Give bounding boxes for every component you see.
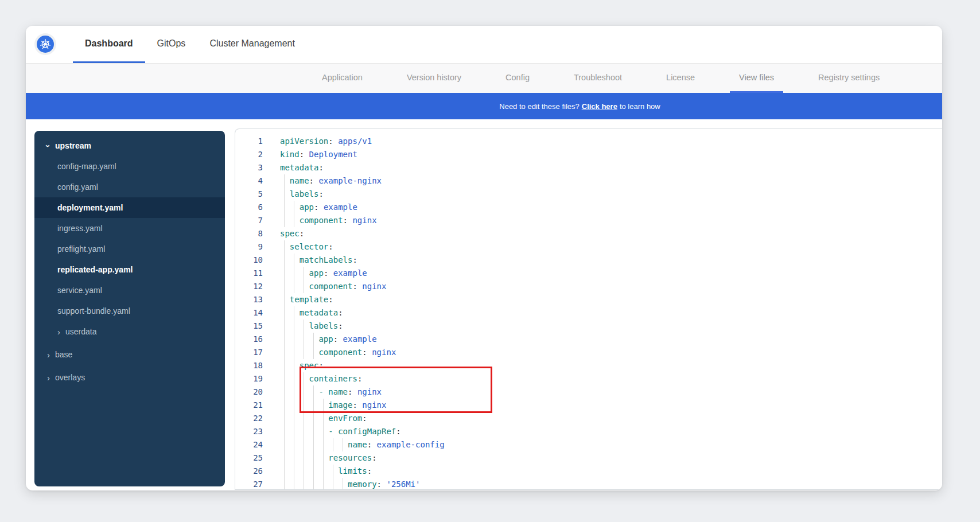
- file-tree-item-overlays[interactable]: ›overlays: [34, 367, 225, 388]
- yaml-key: image: [328, 400, 352, 410]
- indent-guide-line: [313, 451, 314, 465]
- yaml-punctuation: :: [300, 150, 304, 159]
- chevron-right-icon: ›: [47, 373, 50, 382]
- line-number: 19: [235, 372, 264, 385]
- file-tree-item-userdata[interactable]: ›userdata: [34, 321, 225, 342]
- file-tree-item-config-yaml[interactable]: config.yaml: [34, 177, 225, 197]
- yaml-key: containers: [309, 374, 357, 383]
- banner-click-here-link[interactable]: Click here: [582, 102, 617, 111]
- yaml-value: nginx: [348, 216, 377, 225]
- tab-config[interactable]: Config: [496, 64, 539, 93]
- file-tree-item-preflight-yaml[interactable]: preflight.yaml: [34, 239, 225, 259]
- line-number: 26: [235, 465, 264, 478]
- tab-application[interactable]: Application: [313, 64, 372, 93]
- code-line: app: example: [280, 267, 942, 280]
- banner-text-prefix: Need to edit these files?: [499, 102, 579, 111]
- yaml-key: memory: [348, 480, 377, 489]
- indent-guide-line: [313, 399, 314, 412]
- nav-item-dashboard[interactable]: Dashboard: [73, 26, 145, 63]
- line-number: 20: [235, 385, 264, 399]
- code-line: name: example-nginx: [280, 174, 942, 188]
- file-tree-item-upstream[interactable]: ›upstream: [34, 135, 225, 156]
- indent-guide-line: [294, 425, 294, 438]
- yaml-punctuation: :: [362, 348, 367, 357]
- indent-guide-line: [343, 438, 343, 451]
- code-line: limits:: [280, 465, 942, 478]
- yaml-key: name: [328, 387, 348, 396]
- indent-guide-line: [284, 346, 285, 359]
- file-tree-item-label: service.yaml: [57, 286, 102, 295]
- indent-guide-line: [284, 188, 285, 201]
- nav-item-cluster-management[interactable]: Cluster Management: [197, 26, 307, 63]
- yaml-editor[interactable]: 1234567891011121314151617181920212223242…: [235, 128, 942, 490]
- code-line: kind: Deployment: [280, 148, 942, 161]
- yaml-key: app: [300, 202, 314, 212]
- indent-guide-line: [294, 385, 294, 399]
- file-tree-item-support-bundle-yaml[interactable]: support-bundle.yaml: [34, 301, 225, 321]
- file-tree-item-base[interactable]: ›base: [34, 344, 225, 365]
- yaml-key: component: [300, 216, 343, 225]
- main-nav: DashboardGitOpsCluster Management: [73, 26, 307, 63]
- indent-guide-line: [333, 465, 333, 478]
- indent-guide-line: [304, 438, 304, 451]
- line-number: 22: [235, 412, 264, 425]
- indent-guide-line: [323, 478, 324, 489]
- yaml-value: Deployment: [304, 150, 357, 159]
- indent-guide-line: [304, 412, 304, 425]
- file-tree-item-ingress-yaml[interactable]: ingress.yaml: [34, 218, 225, 239]
- yaml-punctuation: :: [300, 229, 304, 238]
- yaml-key: spec: [300, 361, 319, 370]
- tab-view-files[interactable]: View files: [730, 64, 783, 93]
- code-line: name: example-config: [280, 438, 942, 451]
- yaml-key: app: [318, 334, 333, 344]
- code-line: app: example: [280, 333, 942, 346]
- line-number: 13: [235, 293, 264, 306]
- yaml-key: apiVersion: [280, 137, 328, 146]
- line-number: 1: [235, 135, 264, 148]
- code-line: component: nginx: [280, 214, 942, 227]
- indent-guide-line: [284, 333, 285, 346]
- indent-guide-line: [284, 214, 285, 227]
- indent-guide-line: [294, 465, 294, 478]
- file-tree-item-service-yaml[interactable]: service.yaml: [34, 280, 225, 301]
- yaml-key: kind: [280, 150, 300, 159]
- code-line: apiVersion: apps/v1: [280, 135, 942, 148]
- chevron-right-icon: ›: [47, 350, 50, 359]
- indent-guide-line: [323, 451, 324, 465]
- top-navigation: DashboardGitOpsCluster Management: [26, 26, 942, 64]
- tab-registry-settings[interactable]: Registry settings: [809, 64, 889, 93]
- nav-item-gitops[interactable]: GitOps: [145, 26, 198, 63]
- file-tree-item-label: support-bundle.yaml: [57, 306, 130, 315]
- tab-license[interactable]: License: [657, 64, 704, 93]
- code-line: labels:: [280, 320, 942, 333]
- yaml-value: example: [318, 202, 357, 212]
- yaml-value: example-nginx: [314, 176, 382, 185]
- file-tree-item-label: base: [55, 350, 72, 359]
- line-number: 8: [235, 227, 264, 240]
- code-line: spec:: [280, 359, 942, 372]
- indent-guide-line: [284, 174, 285, 188]
- indent-guide-line: [323, 465, 324, 478]
- yaml-punctuation: :: [328, 295, 333, 304]
- file-tree-item-deployment-yaml[interactable]: deployment.yaml: [34, 197, 225, 218]
- tab-version-history[interactable]: Version history: [398, 64, 470, 93]
- file-tree-item-label: config-map.yaml: [57, 162, 116, 171]
- file-tree-item-replicated-app-yaml[interactable]: replicated-app.yaml: [34, 259, 225, 280]
- indent-guide-line: [313, 438, 314, 451]
- file-tree-item-label: ingress.yaml: [57, 224, 103, 233]
- yaml-value: example-config: [372, 440, 444, 449]
- indent-guide-line: [284, 451, 285, 465]
- yaml-key: name: [290, 176, 309, 185]
- indent-guide-line: [284, 320, 285, 333]
- yaml-value: example: [338, 334, 376, 344]
- line-number: 4: [235, 174, 264, 188]
- indent-guide-line: [323, 412, 324, 425]
- indent-guide-line: [304, 478, 304, 489]
- indent-guide-line: [323, 399, 324, 412]
- file-tree-item-config-map-yaml[interactable]: config-map.yaml: [34, 156, 225, 177]
- yaml-value: example: [328, 268, 367, 278]
- indent-guide-line: [294, 359, 294, 372]
- indent-guide-line: [294, 438, 294, 451]
- indent-guide-line: [304, 320, 304, 333]
- tab-troubleshoot[interactable]: Troubleshoot: [565, 64, 631, 93]
